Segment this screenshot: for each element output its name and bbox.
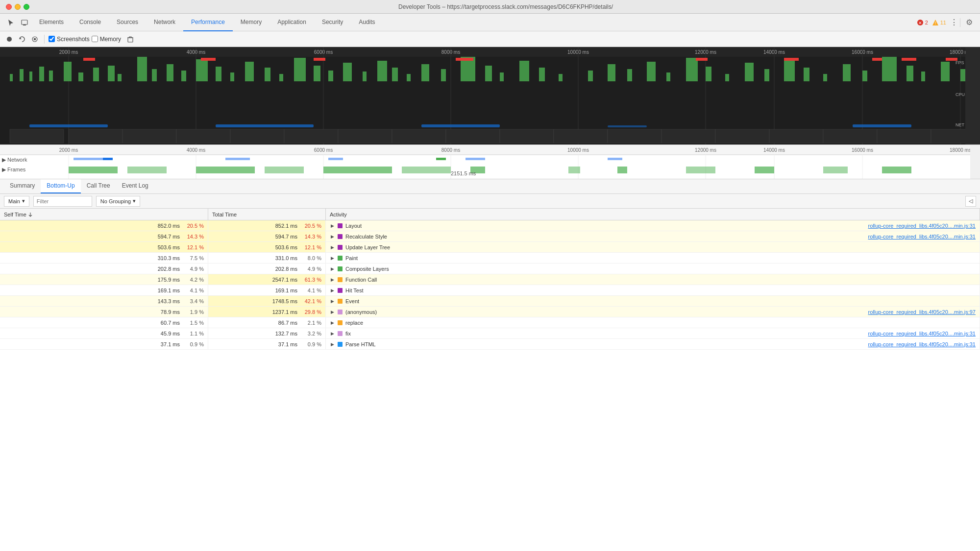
- total-time-cell: 37.1 ms 0.9 %: [208, 339, 326, 349]
- screenshots-checkbox-label[interactable]: Screenshots: [49, 36, 90, 43]
- svg-rect-88: [696, 58, 708, 61]
- tab-performance[interactable]: Performance: [183, 14, 233, 31]
- devtools-panel: Elements Console Sources Network Perform…: [0, 14, 980, 551]
- memory-checkbox[interactable]: [92, 36, 98, 42]
- source-link[interactable]: rollup-core_required_libs.4f05c20....min…: [868, 309, 976, 315]
- total-time-cell: 1237.1 ms 29.8 %: [208, 307, 326, 317]
- svg-rect-98: [10, 129, 64, 143]
- self-time-cell: 143.3 ms 3.4 %: [0, 296, 208, 306]
- svg-rect-33: [64, 62, 72, 81]
- svg-text:FPS: FPS: [956, 60, 964, 65]
- tab-call-tree[interactable]: Call Tree: [81, 179, 116, 193]
- close-button[interactable]: [6, 4, 12, 10]
- tab-memory[interactable]: Memory: [233, 14, 270, 31]
- expand-arrow[interactable]: ▶: [330, 245, 335, 250]
- svg-rect-155: [568, 167, 580, 173]
- svg-rect-157: [686, 167, 715, 173]
- table-row[interactable]: 143.3 ms 3.4 % 1748.5 ms 42.1 % ▶ Event: [0, 296, 980, 307]
- activity-label: Parse HTML: [345, 341, 865, 347]
- table-row[interactable]: 852.0 ms 20.5 % 852.1 ms 20.5 % ▶ Layout…: [0, 220, 980, 231]
- record-button[interactable]: [4, 34, 15, 45]
- self-time-cell: 169.1 ms 4.1 %: [0, 285, 208, 295]
- svg-rect-158: [755, 167, 774, 173]
- source-link[interactable]: rollup-core_required_libs.4f05c20....min…: [868, 223, 976, 229]
- expand-arrow[interactable]: ▶: [330, 342, 335, 347]
- data-table[interactable]: 852.0 ms 20.5 % 852.1 ms 20.5 % ▶ Layout…: [0, 220, 980, 551]
- grouping-dropdown[interactable]: No Grouping ▾: [96, 196, 140, 207]
- clear-button[interactable]: [125, 34, 136, 45]
- svg-rect-108: [554, 129, 608, 143]
- performance-toolbar: Screenshots Memory: [0, 31, 980, 47]
- svg-rect-51: [343, 63, 352, 81]
- source-link[interactable]: rollup-core_required_libs.4f05c20....min…: [868, 234, 976, 240]
- table-row[interactable]: 169.1 ms 4.1 % 169.1 ms 4.1 % ▶ Hit Test: [0, 285, 980, 296]
- tab-audits[interactable]: Audits: [351, 14, 383, 31]
- activity-color-dot: [338, 245, 343, 250]
- svg-rect-45: [245, 62, 254, 81]
- tab-elements[interactable]: Elements: [31, 14, 72, 31]
- activity-color-dot: [338, 310, 343, 314]
- table-row[interactable]: 202.8 ms 4.9 % 202.8 ms 4.9 % ▶ Composit…: [0, 264, 980, 274]
- expand-arrow[interactable]: ▶: [330, 223, 335, 228]
- refresh-record-button[interactable]: [17, 34, 27, 45]
- svg-rect-54: [392, 68, 398, 81]
- more-options-button[interactable]: ⋮: [950, 18, 958, 27]
- expand-arrow[interactable]: ▶: [330, 234, 335, 239]
- table-row[interactable]: 310.3 ms 7.5 % 331.0 ms 8.0 % ▶ Paint: [0, 253, 980, 264]
- settings-icon[interactable]: ⚙: [962, 16, 976, 29]
- memory-checkbox-label[interactable]: Memory: [92, 36, 121, 43]
- table-row[interactable]: 78.9 ms 1.9 % 1237.1 ms 29.8 % ▶ (anonym…: [0, 307, 980, 317]
- tab-sources[interactable]: Sources: [109, 14, 146, 31]
- table-row[interactable]: 175.9 ms 4.2 % 2547.1 ms 61.3 % ▶ Functi…: [0, 274, 980, 285]
- expand-arrow[interactable]: ▶: [330, 288, 335, 293]
- main-dropdown[interactable]: Main ▾: [4, 196, 29, 207]
- collapse-button[interactable]: ◁: [965, 196, 976, 207]
- svg-rect-55: [407, 74, 411, 81]
- svg-rect-47: [279, 74, 283, 81]
- tab-bottom-up[interactable]: Bottom-Up: [41, 179, 80, 193]
- total-time-header[interactable]: Total Time: [208, 209, 326, 220]
- expand-arrow[interactable]: ▶: [330, 277, 335, 282]
- expand-arrow[interactable]: ▶: [330, 256, 335, 261]
- table-row[interactable]: 60.7 ms 1.5 % 86.7 ms 2.1 % ▶ replace: [0, 317, 980, 328]
- svg-rect-64: [588, 71, 593, 81]
- tab-application[interactable]: Application: [270, 14, 314, 31]
- self-time-header[interactable]: Self Time: [0, 209, 208, 220]
- source-link[interactable]: rollup-core_required_libs.4f05c20....min…: [868, 331, 976, 336]
- table-row[interactable]: 45.9 ms 1.1 % 132.7 ms 3.2 % ▶ fix rollu…: [0, 328, 980, 339]
- stop-button[interactable]: [29, 34, 40, 45]
- svg-text:▶ Frames: ▶ Frames: [2, 167, 26, 172]
- svg-text:CPU: CPU: [956, 92, 965, 97]
- tab-network[interactable]: Network: [146, 14, 183, 31]
- svg-rect-49: [314, 66, 320, 81]
- tab-summary[interactable]: Summary: [4, 179, 41, 193]
- minimize-button[interactable]: [15, 4, 21, 10]
- timeline-overview[interactable]: 2000 ms 4000 ms 6000 ms 8000 ms 10000 ms…: [0, 47, 980, 145]
- expand-arrow[interactable]: ▶: [330, 320, 335, 325]
- svg-rect-120: [0, 145, 980, 155]
- activity-label: Layout: [345, 223, 865, 229]
- svg-rect-99: [69, 129, 122, 143]
- activity-cell: ▶ fix rollup-core_required_libs.4f05c20.…: [326, 328, 980, 338]
- device-icon[interactable]: [18, 16, 31, 29]
- maximize-button[interactable]: [24, 4, 29, 10]
- svg-text:▶ Network: ▶ Network: [2, 157, 27, 163]
- table-row[interactable]: 594.7 ms 14.3 % 594.7 ms 14.3 % ▶ Recalc…: [0, 231, 980, 242]
- tab-security[interactable]: Security: [314, 14, 351, 31]
- cursor-icon[interactable]: [4, 16, 18, 29]
- svg-text:2151.5 ms: 2151.5 ms: [451, 170, 476, 176]
- tab-console[interactable]: Console: [72, 14, 109, 31]
- svg-rect-114: [877, 129, 931, 143]
- nav-right: ✕ 2 ! 11 ⋮: [917, 18, 958, 27]
- filter-input[interactable]: [33, 196, 92, 207]
- expand-arrow[interactable]: ▶: [330, 299, 335, 304]
- source-link[interactable]: rollup-core_required_libs.4f05c20....min…: [868, 341, 976, 347]
- expand-arrow[interactable]: ▶: [330, 310, 335, 314]
- window-title: Developer Tools – https://targetprocess.…: [37, 3, 974, 10]
- screenshots-checkbox[interactable]: [49, 36, 55, 42]
- table-row[interactable]: 37.1 ms 0.9 % 37.1 ms 0.9 % ▶ Parse HTML…: [0, 339, 980, 350]
- expand-arrow[interactable]: ▶: [330, 331, 335, 336]
- tab-event-log[interactable]: Event Log: [116, 179, 154, 193]
- expand-arrow[interactable]: ▶: [330, 266, 335, 271]
- table-row[interactable]: 503.6 ms 12.1 % 503.6 ms 12.1 % ▶ Update…: [0, 242, 980, 253]
